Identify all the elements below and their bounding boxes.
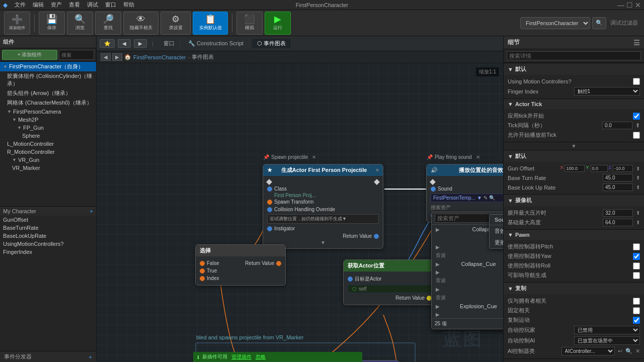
back-btn[interactable]: ◀ — [118, 39, 131, 48]
tree-item-fingerindex[interactable]: FingerIndex — [0, 248, 96, 256]
menu-item-debug[interactable]: 调试 — [87, 1, 98, 9]
menu-item-file[interactable]: 文件 — [15, 1, 26, 9]
notif-manage-btn[interactable]: 管理插件 — [231, 353, 252, 360]
tree-item-vrgun[interactable]: ▼ VR_Gun — [0, 156, 96, 164]
spawn-close-icon[interactable]: × — [376, 167, 379, 173]
start-tick-checkbox[interactable] — [633, 113, 640, 120]
base-turn-spinner[interactable]: ⬆ — [636, 175, 640, 180]
menu-item-asset[interactable]: 资产 — [51, 1, 62, 9]
gun-x-input[interactable] — [565, 165, 585, 172]
browse-button[interactable]: 🔍 浏览 — [67, 12, 93, 35]
tick-interval-input[interactable] — [602, 122, 632, 129]
character-dropdown[interactable]: FirstPersonCharacter — [520, 17, 590, 29]
sound-item-explosion02[interactable]: ▶ Explosion02 — [432, 285, 503, 293]
menu-item-window[interactable]: 窗口 — [105, 1, 116, 9]
menu-item-edit[interactable]: 编辑 — [33, 1, 44, 9]
forward-btn[interactable]: ▶ — [134, 39, 147, 48]
tree-item-camera[interactable]: ▼ FirstPersonCamera — [0, 108, 96, 116]
spawn-exec-out-pin[interactable] — [374, 179, 379, 185]
allow-tick-checkbox[interactable] — [633, 132, 640, 139]
spawn-collision-value[interactable]: 尝试调整位置，如仍然碰撞则不生成▼ — [267, 214, 379, 224]
details-options-btn[interactable]: ☰ — [633, 39, 640, 47]
section-pawn-header[interactable]: ▼ Pawn — [504, 230, 644, 240]
add-event-dispatcher-btn[interactable]: + — [89, 354, 92, 360]
tick-interval-spinner[interactable]: ⬆ — [635, 122, 640, 129]
base-lookup-input[interactable] — [603, 184, 633, 191]
tree-item-usingmotioncontrollers[interactable]: UsingMotionControllers? — [0, 240, 96, 248]
expand-more-btn[interactable]: ▼ — [504, 142, 644, 150]
ai-class-dropdown[interactable]: AIController... — [561, 347, 615, 355]
spawn-close-btn[interactable]: ✕ — [312, 154, 316, 160]
sound-item-explosion-wave01[interactable]: 音波 — [432, 276, 503, 285]
component-search[interactable] — [59, 50, 94, 60]
add-component-button[interactable]: ➕ 添加组件 — [4, 12, 30, 35]
camera-hp-spinner[interactable]: ⬆ — [636, 210, 640, 216]
camera-base-spinner[interactable]: ⬆ — [636, 220, 640, 225]
menu-item-view[interactable]: 查看 — [69, 1, 80, 9]
sound-item-fire01[interactable]: ▶ Fire01 — [432, 310, 503, 318]
tree-item-sphere[interactable]: Sphere — [0, 132, 96, 140]
get-actor-location-node[interactable]: 获取Actor位置 目标是Actor ⬡ self Return Value — [343, 259, 436, 305]
search-dropdown-btn[interactable]: 🔍 — [592, 17, 606, 29]
rep-movement-checkbox[interactable] — [633, 317, 640, 324]
nav-forward-btn[interactable]: ▶ — [112, 53, 122, 61]
ai-class-clear-btn[interactable]: ✕ — [635, 348, 640, 354]
simulate-button[interactable]: ⬛ 模拟 — [236, 12, 263, 35]
spawn-exec-in-pin[interactable] — [266, 179, 272, 185]
using-motion-checkbox[interactable] — [633, 78, 640, 85]
camera-base-input[interactable] — [603, 219, 633, 226]
section-camera-header[interactable]: ▼ 摄像机 — [504, 195, 644, 206]
select-true-pin[interactable] — [200, 268, 205, 274]
select-false-pin[interactable] — [200, 261, 205, 266]
add-variable-btn[interactable]: + — [90, 208, 93, 214]
save-button[interactable]: 💾 保存 — [39, 12, 65, 35]
getloc-target-pin[interactable] — [348, 277, 353, 282]
nav-back-btn[interactable]: ◀ — [101, 53, 111, 61]
find-button[interactable]: 🔎 查找 — [95, 12, 121, 35]
sound-dropdown-arrow[interactable]: ▼ — [477, 195, 482, 201]
pawn-spawn-checkbox[interactable] — [633, 272, 640, 279]
sound-exec-in-pin[interactable] — [430, 179, 435, 185]
tab-event-graph[interactable]: ⬡ 事件图表 — [252, 39, 291, 48]
gun-spinner[interactable]: ⬆ — [636, 166, 640, 171]
context-menu-item-1[interactable]: 音效基础 对象引用 — [490, 225, 503, 237]
tree-item-lmotion[interactable]: L_MotionController — [0, 140, 96, 148]
sound-browse-btn[interactable]: 🔍 — [489, 195, 495, 201]
tree-item-mesh[interactable]: 网格体 (CharacterMesh0)（继承） — [0, 98, 96, 108]
tree-item-vrmarker[interactable]: VR_Marker — [0, 164, 96, 172]
sound-edit-btn[interactable]: ✎ — [484, 195, 488, 201]
spawn-projectile-node[interactable]: 📌 Spawn projectile ✕ ★ 生成Actor First Per… — [263, 164, 383, 249]
sound-item-collapse-wave02[interactable]: 音波 — [432, 251, 503, 260]
base-turn-input[interactable] — [603, 174, 633, 182]
details-search-input[interactable] — [507, 51, 641, 60]
tree-item-capsule[interactable]: 胶囊体组件 (CollisionCylinder)（继承） — [0, 71, 96, 88]
blueprint-canvas[interactable]: 📌 Spawn projectile ✕ ★ 生成Actor First Per… — [97, 63, 503, 362]
tab-construction[interactable]: 🔧 Construction Script — [183, 39, 249, 48]
auto-ai-dropdown[interactable]: 已放置在场景中 — [574, 336, 640, 345]
tree-item-baseturnrate[interactable]: BaseTurnRate — [0, 224, 96, 232]
section-default2-header[interactable]: ▼ 默认 — [504, 150, 644, 162]
context-menu[interactable]: Sound 音效基础 对象引用 更播放的音效 — [489, 214, 503, 249]
notif-dismiss-btn[interactable]: 忽略 — [256, 353, 266, 360]
finger-index-dropdown[interactable]: 触控1 — [574, 87, 640, 96]
select-index-pin[interactable] — [200, 276, 205, 281]
tree-item-mesh2p[interactable]: ▼ Mesh2P — [0, 116, 96, 124]
class-settings-button[interactable]: ⚙ 类设置 — [160, 12, 191, 35]
hide-unrelated-button[interactable]: 👁 隐藏不相关 — [123, 12, 158, 35]
breadcrumb-root[interactable]: FirstPersonCharacter — [133, 54, 186, 60]
sound-item-collapse-cue[interactable]: ▶ Collapse_Cue Sound Cue — [432, 260, 503, 268]
spawn-class-pin[interactable] — [267, 187, 272, 192]
tree-item-fpgun[interactable]: ▼ FP_Gun — [0, 124, 96, 132]
spawn-instigator-pin[interactable] — [267, 226, 272, 231]
rep-owner-checkbox[interactable] — [633, 298, 640, 305]
sound-sound-pin[interactable] — [431, 187, 436, 192]
play-button[interactable]: ▶ 运行 — [265, 12, 291, 35]
section-tick-header[interactable]: ▼ Actor Tick — [504, 99, 644, 109]
ai-class-browse-btn[interactable]: 🔍 — [625, 348, 632, 354]
select-node[interactable]: 选择 False Return Value True — [195, 244, 286, 286]
tree-item-self[interactable]: ▼ FirstPersonCharacter（自身） — [0, 62, 96, 71]
gun-z-input[interactable] — [613, 165, 633, 172]
tree-item-rmotion[interactable]: R_MotionController — [0, 148, 96, 156]
menu-item-help[interactable]: 帮助 — [123, 1, 134, 9]
bookmark-btn[interactable]: ⭐ — [100, 39, 115, 48]
